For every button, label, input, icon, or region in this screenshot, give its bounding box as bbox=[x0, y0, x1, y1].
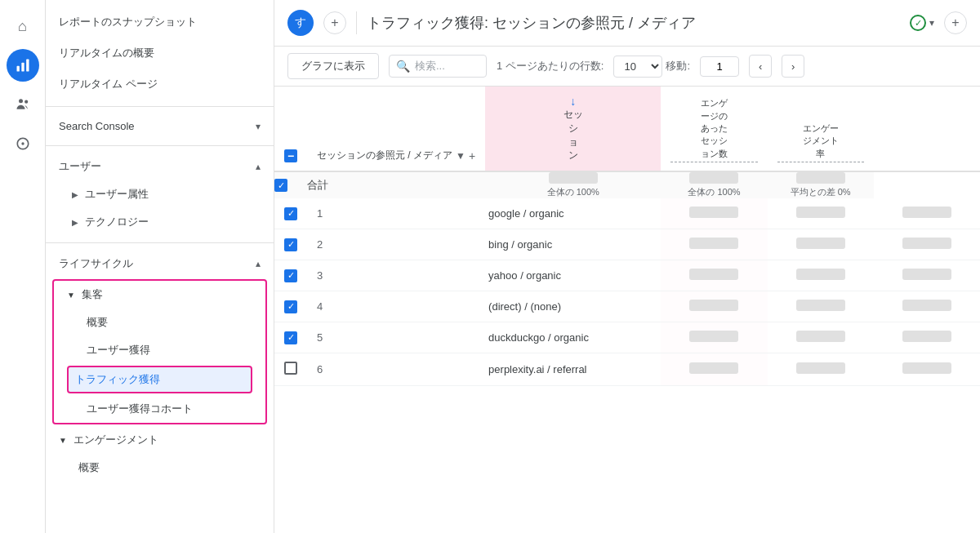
row-engaged-6 bbox=[768, 353, 874, 386]
chart-icon[interactable] bbox=[7, 49, 39, 82]
row-sessions-3 bbox=[661, 260, 767, 291]
sidebar-item-acquisition[interactable]: ▼ 集客 bbox=[54, 281, 265, 309]
row-sessions-6 bbox=[661, 353, 767, 386]
expand-icon: ▶ bbox=[72, 218, 78, 227]
total-sessions: 全体の 100% bbox=[485, 171, 661, 198]
table-row: 6 perplexity.ai / referral bbox=[274, 353, 980, 386]
row-source-2: bing / organic bbox=[485, 229, 661, 260]
row-rate-2 bbox=[874, 229, 980, 260]
row-checkbox-2[interactable]: ✓ bbox=[284, 238, 297, 251]
search-area[interactable]: 🔍 検索... bbox=[389, 55, 487, 78]
row-checkbox-5[interactable]: ✓ bbox=[284, 331, 297, 344]
table-row: ✓ 5 duckduckgo / organic bbox=[274, 322, 980, 353]
sidebar-item-user-cohort[interactable]: ユーザー獲得コホート bbox=[54, 395, 265, 423]
total-rate: 平均との差 0% bbox=[768, 171, 874, 198]
sidebar-item-engagement[interactable]: ▼ エンゲージメント bbox=[46, 426, 274, 454]
sidebar-item-traffic-acquisition[interactable]: トラフィック獲得 bbox=[67, 366, 252, 393]
sidebar-item-snapshot[interactable]: レポートのスナップショット bbox=[46, 7, 274, 38]
row-source-3: yahoo / organic bbox=[485, 260, 661, 291]
table-row: ✓ 1 google / organic bbox=[274, 198, 980, 229]
search-icon: 🔍 bbox=[396, 60, 410, 73]
icon-bar: ⌂ bbox=[0, 0, 46, 533]
expand-icon: ▶ bbox=[72, 190, 78, 199]
th-engagement-rate: エンゲージメント率 bbox=[768, 87, 874, 171]
row-checkbox-1[interactable]: ✓ bbox=[284, 207, 297, 220]
row-rate-1 bbox=[874, 198, 980, 229]
sidebar-item-realtime-page[interactable]: リアルタイム ページ bbox=[46, 69, 274, 100]
table-row: ✓ 2 bing / organic bbox=[274, 229, 980, 260]
add-tab-button[interactable]: + bbox=[323, 11, 346, 34]
rows-label: 1 ページあたりの行数: bbox=[497, 59, 604, 73]
people-icon[interactable] bbox=[7, 88, 39, 121]
next-page-button[interactable]: › bbox=[782, 55, 804, 78]
th-engaged-sessions: エンゲージのあったセッション数 bbox=[661, 87, 767, 171]
row-num-3: 3 bbox=[307, 260, 485, 291]
rows-select[interactable]: 10 25 50 100 bbox=[613, 56, 662, 78]
page-title: トラフィック獲得: セッションの参照元 / メディア bbox=[367, 13, 900, 33]
row-num-4: 4 bbox=[307, 291, 485, 322]
chevron-down-icon: ▾ bbox=[256, 121, 261, 132]
sidebar-item-overview[interactable]: 概要 bbox=[54, 309, 265, 336]
avatar[interactable]: す bbox=[287, 10, 314, 36]
move-input[interactable] bbox=[700, 56, 739, 77]
sidebar-item-user-attributes[interactable]: ▶ ユーザー属性 bbox=[46, 180, 274, 208]
sort-col-icon[interactable]: ▼ bbox=[456, 150, 466, 162]
data-table: − セッションの参照元 / メディア ▼ + ↓ セッション bbox=[274, 87, 980, 386]
home-icon[interactable]: ⌂ bbox=[7, 10, 39, 42]
select-all-checkbox[interactable]: − bbox=[284, 149, 297, 162]
page-header: す + トラフィック獲得: セッションの参照元 / メディア ✓ ▾ + bbox=[274, 0, 980, 47]
total-engaged: 全体の 100% bbox=[661, 171, 767, 198]
divider-2 bbox=[46, 145, 274, 146]
sidebar-search-console[interactable]: Search Console ▾ bbox=[46, 113, 274, 139]
svg-point-4 bbox=[24, 100, 28, 104]
triangle-icon-engagement: ▼ bbox=[59, 436, 67, 445]
row-sessions-5 bbox=[661, 322, 767, 353]
total-checkbox-cell: ✓ bbox=[274, 171, 307, 198]
row-num-6: 6 bbox=[307, 353, 485, 386]
table-row: ✓ 4 (direct) / (none) bbox=[274, 291, 980, 322]
th-sessions: ↓ セッション bbox=[485, 87, 661, 171]
svg-point-5 bbox=[21, 142, 24, 144]
search-placeholder: 検索... bbox=[415, 59, 445, 73]
divider-1 bbox=[46, 106, 274, 107]
row-source-6: perplexity.ai / referral bbox=[485, 353, 661, 386]
data-table-container: − セッションの参照元 / メディア ▼ + ↓ セッション bbox=[274, 87, 980, 533]
divider-3 bbox=[46, 242, 274, 243]
row-rate-6 bbox=[874, 353, 980, 386]
row-engaged-2 bbox=[768, 229, 874, 260]
row-sessions-4 bbox=[661, 291, 767, 322]
table-row: ✓ 3 yahoo / organic bbox=[274, 260, 980, 291]
status-check: ✓ ▾ bbox=[910, 15, 934, 31]
add-column-button[interactable]: + bbox=[469, 149, 475, 162]
sidebar-item-realtime-overview[interactable]: リアルタイムの概要 bbox=[46, 38, 274, 69]
row-sessions-1 bbox=[661, 198, 767, 229]
row-num-5: 5 bbox=[307, 322, 485, 353]
row-rate-3 bbox=[874, 260, 980, 291]
prev-page-button[interactable]: ‹ bbox=[749, 55, 772, 78]
row-checkbox-4[interactable]: ✓ bbox=[284, 300, 297, 313]
chevron-up-icon: ▴ bbox=[256, 161, 261, 172]
graph-button[interactable]: グラフに表示 bbox=[287, 53, 379, 79]
triangle-icon: ▼ bbox=[67, 291, 75, 300]
sidebar-item-engagement-overview[interactable]: 概要 bbox=[46, 454, 274, 482]
row-engaged-5 bbox=[768, 322, 874, 353]
antenna-icon[interactable] bbox=[7, 127, 39, 160]
sidebar-lifecycle-header[interactable]: ライフサイクル ▴ bbox=[46, 250, 274, 278]
sidebar-user-header[interactable]: ユーザー ▴ bbox=[46, 153, 274, 180]
row-source-4: (direct) / (none) bbox=[485, 291, 661, 322]
chevron-down-icon-header[interactable]: ▾ bbox=[929, 17, 934, 29]
svg-rect-1 bbox=[21, 63, 24, 72]
sidebar-item-technology[interactable]: ▶ テクノロジー bbox=[46, 208, 274, 236]
move-label: 移動: bbox=[666, 59, 690, 73]
sidebar-item-user-acquisition[interactable]: ユーザー獲得 bbox=[54, 336, 265, 364]
row-num-2: 2 bbox=[307, 229, 485, 260]
main-content: す + トラフィック獲得: セッションの参照元 / メディア ✓ ▾ + グラフ… bbox=[274, 0, 980, 533]
row-engaged-3 bbox=[768, 260, 874, 291]
svg-rect-0 bbox=[16, 66, 19, 72]
acquisition-section: ▼ 集客 概要 ユーザー獲得 トラフィック獲得 ユーザー獲得コホート bbox=[52, 279, 267, 424]
row-num-1: 1 bbox=[307, 198, 485, 229]
total-checkbox[interactable]: ✓ bbox=[274, 179, 287, 192]
row-checkbox-3[interactable]: ✓ bbox=[284, 269, 297, 282]
row-checkbox-6[interactable] bbox=[284, 362, 297, 375]
add-report-button[interactable]: + bbox=[944, 11, 967, 34]
